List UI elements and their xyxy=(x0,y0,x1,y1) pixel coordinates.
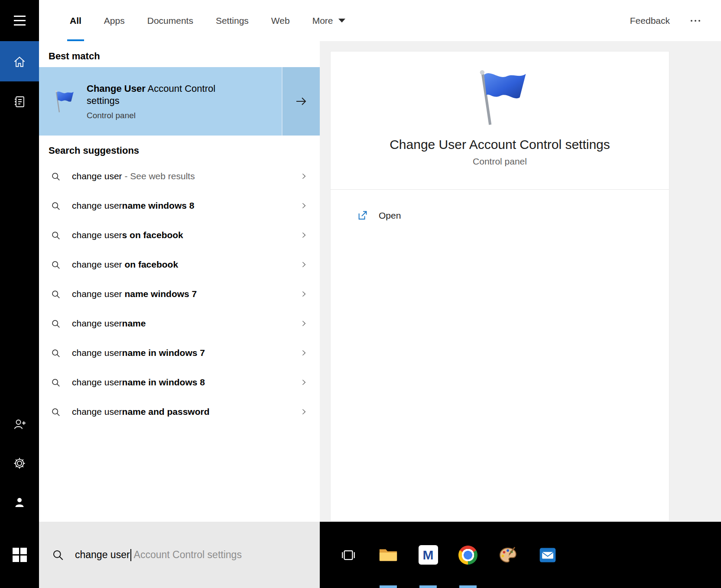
search-suggestion-row[interactable]: change username and password xyxy=(39,397,320,426)
open-label: Open xyxy=(379,210,401,221)
suggestion-typed: change user xyxy=(72,289,122,299)
search-icon xyxy=(51,407,60,417)
feedback-button[interactable]: Feedback xyxy=(615,16,685,26)
search-suggestion-row[interactable]: change username windows 8 xyxy=(39,191,320,220)
expand-result-button[interactable] xyxy=(282,67,320,136)
sidebar-item-home[interactable] xyxy=(0,41,39,81)
search-flyout: All Apps Documents Settings Web More Fee… xyxy=(0,0,721,588)
search-icon xyxy=(51,378,60,387)
best-match-text: Change User Account Control settings Con… xyxy=(87,83,234,120)
tab-documents[interactable]: Documents xyxy=(136,0,205,41)
preview-card-top: Change User Account Control settings Con… xyxy=(331,52,669,167)
notebook-icon xyxy=(13,95,26,109)
chevron-right-icon[interactable] xyxy=(300,378,308,386)
tab-label: All xyxy=(70,16,81,26)
suggestion-completion: name in windows 7 xyxy=(122,348,205,358)
sidebar-item-account[interactable] xyxy=(0,483,39,522)
topbar-right: Feedback xyxy=(615,0,721,41)
task-view-button[interactable] xyxy=(328,522,368,588)
chevron-right-icon[interactable] xyxy=(300,408,308,416)
sidebar-item-add-account[interactable] xyxy=(0,405,39,444)
suggestion-label: change username xyxy=(72,318,300,329)
taskbar: M xyxy=(320,522,721,588)
chevron-right-icon[interactable] xyxy=(300,231,308,239)
chevron-right-icon[interactable] xyxy=(300,202,308,210)
best-match-result[interactable]: Change User Account Control settings Con… xyxy=(39,67,320,136)
file-explorer-button[interactable] xyxy=(368,522,408,588)
gear-icon xyxy=(13,456,26,470)
chrome-button[interactable] xyxy=(448,522,488,588)
suggestion-completion: name windows 7 xyxy=(122,289,197,299)
tab-label: More xyxy=(312,16,333,26)
suggestion-label: change users on facebook xyxy=(72,230,300,240)
preview-subtitle: Control panel xyxy=(331,156,669,167)
best-match-main[interactable]: Change User Account Control settings Con… xyxy=(39,67,282,136)
chevron-right-icon[interactable] xyxy=(300,261,308,268)
suggestion-note: - See web results xyxy=(122,171,195,181)
tab-settings[interactable]: Settings xyxy=(205,0,260,41)
open-app-indicator xyxy=(459,585,477,588)
tab-label: Web xyxy=(271,16,290,26)
search-suggestion-row[interactable]: change username in windows 7 xyxy=(39,338,320,368)
sidebar-item-settings[interactable] xyxy=(0,444,39,483)
paint-button[interactable] xyxy=(488,522,528,588)
search-input[interactable]: change userAccount Control settings xyxy=(39,522,320,588)
chevron-right-icon[interactable] xyxy=(300,349,308,357)
start-button[interactable] xyxy=(0,522,39,588)
suggestion-completion: name and password xyxy=(122,407,210,417)
tab-more[interactable]: More xyxy=(301,0,357,41)
open-app-indicator xyxy=(419,585,437,588)
search-icon xyxy=(51,172,60,181)
m-app-icon: M xyxy=(419,545,438,565)
best-match-header: Best match xyxy=(39,41,320,67)
hamburger-icon xyxy=(14,16,26,26)
add-user-icon xyxy=(13,417,26,431)
chevron-right-icon[interactable] xyxy=(300,320,308,327)
search-suggestion-row[interactable]: change username xyxy=(39,309,320,338)
mail-app-button[interactable] xyxy=(528,522,568,588)
text-cursor xyxy=(130,549,131,561)
suggestion-typed: change user xyxy=(72,171,122,181)
search-icon xyxy=(51,319,60,328)
search-suggestion-row[interactable]: change user on facebook xyxy=(39,250,320,279)
suggestion-label: change username windows 8 xyxy=(72,200,300,211)
flag-icon-large xyxy=(470,67,530,128)
mail-app-icon xyxy=(538,546,557,565)
more-options-icon[interactable] xyxy=(685,20,721,22)
suggestion-typed: change user xyxy=(72,230,122,240)
folder-icon xyxy=(378,546,398,564)
suggestion-typed: change user xyxy=(72,200,122,210)
m-app-button[interactable]: M xyxy=(408,522,448,588)
open-app-indicator xyxy=(380,585,397,588)
search-suggestion-row[interactable]: change user - See web results xyxy=(39,162,320,191)
suggestion-completion: name xyxy=(122,318,146,328)
suggestion-typed: change user xyxy=(72,318,122,328)
search-suggestion-row[interactable]: change user name windows 7 xyxy=(39,279,320,309)
suggestion-completion: on facebook xyxy=(122,259,179,269)
open-external-icon xyxy=(357,210,368,221)
tab-label: Settings xyxy=(216,16,249,26)
paint-palette-icon xyxy=(498,545,518,565)
tab-apps[interactable]: Apps xyxy=(93,0,136,41)
results-panel: Best match Change User Account Control s… xyxy=(39,41,320,522)
preview-card: Change User Account Control settings Con… xyxy=(330,51,669,521)
chevron-right-icon[interactable] xyxy=(300,290,308,298)
chevron-right-icon[interactable] xyxy=(300,172,308,180)
search-suggestion-row[interactable]: change username in windows 8 xyxy=(39,368,320,397)
suggestion-typed: change user xyxy=(72,407,122,417)
search-suggestion-row[interactable]: change users on facebook xyxy=(39,220,320,250)
sidebar-item-journal[interactable] xyxy=(0,81,39,122)
menu-button[interactable] xyxy=(0,0,39,41)
search-typed-text: change user xyxy=(75,549,130,561)
search-icon xyxy=(51,201,60,210)
task-view-icon xyxy=(340,546,357,564)
tab-label: Documents xyxy=(147,16,193,26)
tab-web[interactable]: Web xyxy=(260,0,301,41)
chevron-down-icon xyxy=(338,19,345,23)
preview-panel: Change User Account Control settings Con… xyxy=(320,41,721,522)
chrome-icon xyxy=(458,546,477,565)
suggestion-label: change user on facebook xyxy=(72,259,300,270)
home-icon xyxy=(13,55,26,68)
open-action[interactable]: Open xyxy=(331,190,669,221)
tab-all[interactable]: All xyxy=(58,0,93,41)
